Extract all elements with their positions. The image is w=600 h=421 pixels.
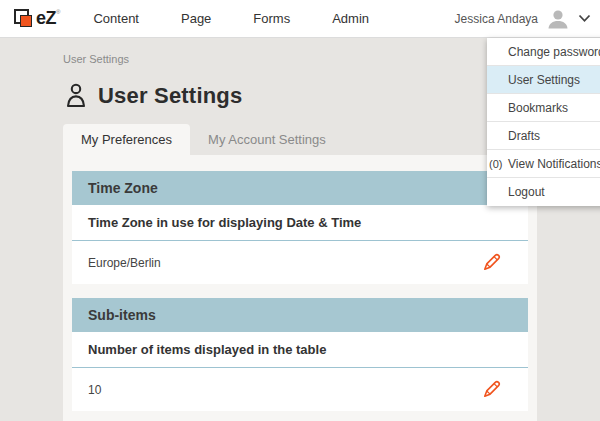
section-body: Time Zone in use for displaying Date & T… <box>72 205 528 284</box>
nav-item-page[interactable]: Page <box>181 0 211 38</box>
edit-time-zone-button[interactable] <box>482 253 501 272</box>
setting-value-time-zone: Europe/Berlin <box>88 256 161 270</box>
tab-panel-my-preferences: Time Zone Time Zone in use for displayin… <box>63 155 537 421</box>
breadcrumb: User Settings <box>63 53 537 65</box>
pencil-icon <box>482 260 501 275</box>
section-body: Number of items displayed in the table 1… <box>72 332 528 411</box>
ez-logo[interactable]: eZ ® <box>14 8 60 29</box>
section-sub-items: Sub-items Number of items displayed in t… <box>72 298 528 411</box>
user-icon <box>63 82 89 109</box>
logo-registered-mark: ® <box>56 9 60 15</box>
user-menu-trigger[interactable]: Jessica Andaya <box>455 7 591 31</box>
tab-bar: My Preferences My Account Settings <box>63 124 537 155</box>
page-title: User Settings <box>98 83 242 109</box>
tab-my-account-settings[interactable]: My Account Settings <box>190 124 344 155</box>
menu-item-change-password[interactable]: Change password <box>487 38 600 66</box>
nav-item-forms[interactable]: Forms <box>253 0 290 38</box>
nav-item-admin[interactable]: Admin <box>332 0 369 38</box>
user-name: Jessica Andaya <box>455 12 538 26</box>
ez-logo-mark <box>14 8 36 29</box>
notification-count-badge: (0) <box>489 158 508 170</box>
tab-my-preferences[interactable]: My Preferences <box>63 124 190 155</box>
section-header: Time Zone <box>72 171 528 205</box>
logo-text: eZ <box>36 8 56 29</box>
page-title-row: User Settings <box>63 82 537 109</box>
menu-item-view-notifications[interactable]: (0) View Notifications <box>487 150 600 178</box>
chevron-down-icon <box>578 14 591 23</box>
setting-row: 10 <box>72 368 528 411</box>
menu-item-user-settings[interactable]: User Settings <box>487 66 600 94</box>
edit-sub-items-button[interactable] <box>482 380 501 399</box>
user-avatar-icon <box>546 7 570 31</box>
main-nav: Content Page Forms Admin <box>93 0 369 38</box>
setting-row: Europe/Berlin <box>72 241 528 284</box>
setting-label: Number of items displayed in the table <box>72 332 528 368</box>
section-time-zone: Time Zone Time Zone in use for displayin… <box>72 171 528 284</box>
menu-item-drafts[interactable]: Drafts <box>487 122 600 150</box>
setting-value-sub-items: 10 <box>88 383 101 397</box>
logo-orange-square <box>20 15 32 27</box>
pencil-icon <box>482 387 501 402</box>
menu-item-logout[interactable]: Logout <box>487 178 600 206</box>
menu-item-bookmarks[interactable]: Bookmarks <box>487 94 600 122</box>
setting-label: Time Zone in use for displaying Date & T… <box>72 205 528 241</box>
section-header: Sub-items <box>72 298 528 332</box>
user-dropdown-menu: Change password User Settings Bookmarks … <box>487 38 600 206</box>
topbar: eZ ® Content Page Forms Admin Jessica An… <box>0 0 600 38</box>
nav-item-content[interactable]: Content <box>93 0 139 38</box>
